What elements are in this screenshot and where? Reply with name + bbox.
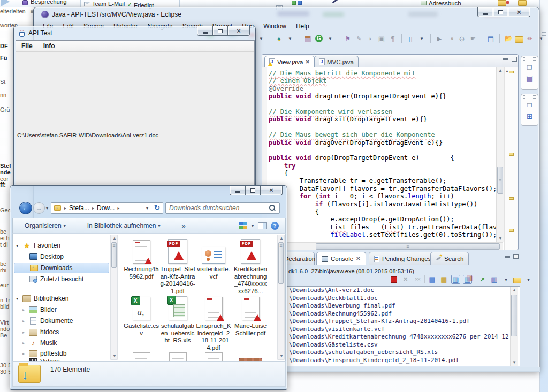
sidebar-scrollbar[interactable]: ▲ ▼: [110, 235, 118, 360]
show-on-stdout-button[interactable]: [451, 275, 460, 284]
toolbar-play-icon[interactable]: [435, 34, 444, 43]
toolbar-pencil-icon[interactable]: [354, 34, 364, 43]
back-button[interactable]: ←: [19, 202, 32, 214]
scroll-up-arrow[interactable]: ▲: [278, 235, 285, 242]
minimize-button[interactable]: [197, 26, 212, 36]
preview-pane-icon[interactable]: [258, 222, 267, 229]
sidebar-item-bilder[interactable]: ▸Bilder: [14, 304, 109, 315]
console-scrollbar[interactable]: ▲ ▼: [510, 287, 518, 366]
toolbar-folder-icon[interactable]: [515, 36, 523, 43]
drag-handle[interactable]: [523, 57, 536, 61]
more-commands-button[interactable]: »: [178, 222, 190, 230]
sidebar-item-htdocs[interactable]: ▸htdocs: [14, 327, 109, 337]
snippets-view-icon[interactable]: [526, 74, 534, 82]
menu-file[interactable]: File: [16, 42, 38, 50]
address-bar[interactable]: ▸ Stefa... ▸ Dow... ▸ ▾ ↻: [51, 202, 163, 214]
search-box[interactable]: [165, 202, 280, 214]
sidebar-item-dokumente[interactable]: ▸Dokumente: [14, 316, 109, 326]
file-item[interactable]: [233, 348, 268, 361]
toolbar-green-icon[interactable]: [314, 34, 324, 43]
expanded-expander-icon[interactable]: ▾: [16, 243, 22, 248]
change-view-icon[interactable]: [239, 222, 247, 229]
toolbar-frame-icon[interactable]: [377, 34, 386, 43]
scroll-lock-button[interactable]: [439, 275, 448, 284]
yellow-marker[interactable]: [509, 197, 514, 200]
toolbar-step-icon[interactable]: [446, 34, 455, 43]
drag-handle[interactable]: [523, 95, 536, 99]
file-item[interactable]: Kreditkartenabrechnung_4748xxxxxxx6276..…: [233, 238, 268, 295]
restore-view-icon[interactable]: [526, 101, 534, 110]
yellow-marker[interactable]: [509, 71, 514, 73]
pin-console-button[interactable]: [478, 275, 487, 284]
sidebar-item-desktop[interactable]: Desktop: [14, 251, 109, 262]
scroll-down-arrow[interactable]: ▼: [497, 235, 504, 242]
yellow-marker[interactable]: [509, 229, 514, 232]
open-console-button[interactable]: [513, 278, 521, 283]
remove-all-launches-button[interactable]: [413, 275, 422, 284]
restore-view-icon[interactable]: [526, 63, 534, 72]
toolbar-para-icon[interactable]: [388, 34, 398, 43]
remove-launch-button[interactable]: [401, 275, 410, 284]
scrollbar-thumb[interactable]: [111, 242, 117, 268]
recent-pages-dropdown[interactable]: ▾: [46, 206, 48, 211]
close-button[interactable]: ×: [261, 186, 283, 195]
chevron-down-icon[interactable]: [501, 275, 511, 284]
toolbar-drop-icon[interactable]: [536, 34, 546, 43]
scroll-up-arrow[interactable]: ▲: [111, 235, 118, 242]
code-area[interactable]: // Die Maus betritt die Komponente mit//…: [269, 70, 496, 242]
collapsed-expander-icon[interactable]: ▸: [22, 308, 29, 312]
minimize-button[interactable]: [230, 186, 245, 195]
breadcrumb-arrow-icon[interactable]: ▸: [63, 206, 67, 211]
toolbar-stop-icon[interactable]: [457, 34, 467, 43]
toolbar-drop-icon[interactable]: [285, 34, 295, 43]
menu-help[interactable]: Help: [291, 22, 314, 32]
file-item[interactable]: Marie-Luise Schiller.pdf: [233, 295, 268, 337]
clear-console-button[interactable]: [428, 275, 437, 284]
eclipse-titlebar[interactable]: Java - API-TEST/src/MVC/View.java - Ecli…: [34, 7, 539, 21]
display-console-button[interactable]: [490, 275, 499, 284]
editor-horizontal-scrollbar[interactable]: [262, 242, 503, 250]
add-to-library-button[interactable]: In Bibliothek aufnehmen▾: [83, 222, 165, 229]
collapsed-expander-icon[interactable]: ▸: [22, 351, 29, 356]
terminate-button[interactable]: [389, 275, 398, 284]
maximize-button[interactable]: [212, 26, 228, 36]
forward-button[interactable]: →: [33, 202, 45, 214]
chevron-down-icon[interactable]: [524, 275, 533, 284]
scroll-down-arrow[interactable]: ▼: [278, 353, 285, 359]
address-dropdown-icon[interactable]: ▾: [143, 206, 151, 211]
file-item[interactable]: schulaufgaben_uebersicht_RS.xls: [160, 295, 195, 344]
refresh-button[interactable]: ↻: [151, 203, 163, 213]
search-input[interactable]: [166, 204, 269, 212]
sidebar-item-favoriten[interactable]: ▾Favoriten: [14, 240, 109, 251]
menu-window[interactable]: Window: [258, 22, 291, 32]
maximize-view-icon[interactable]: [513, 254, 519, 259]
collapsed-expander-icon[interactable]: ▸: [22, 330, 29, 335]
scroll-down-arrow[interactable]: ▼: [111, 353, 118, 359]
file-item[interactable]: Einspruch_Kindergeld_2_18-11-2014.pdf: [196, 295, 231, 351]
breadcrumb-downloads[interactable]: Dow...: [95, 204, 116, 212]
file-item[interactable]: Truppel_Stefan-Kfz-Antrag-20140416-1.pdf: [160, 238, 195, 295]
file-item[interactable]: [196, 348, 231, 361]
toolbar-drop-icon[interactable]: [417, 34, 427, 43]
breadcrumb-user[interactable]: Stefa...: [67, 204, 91, 212]
file-item[interactable]: [124, 348, 159, 361]
tab-search[interactable]: Search: [430, 252, 469, 265]
scroll-down-arrow[interactable]: ▼: [511, 359, 518, 366]
yellow-marker[interactable]: [509, 153, 514, 156]
toolbar-pkg-icon[interactable]: [303, 34, 313, 43]
sidebar-item-musik[interactable]: ▸Musik: [14, 337, 109, 348]
close-button[interactable]: ×: [228, 26, 250, 36]
minimize-view-icon[interactable]: [505, 256, 510, 258]
file-item[interactable]: Gästeliste.csv: [124, 295, 159, 337]
tab-close-icon[interactable]: ✕: [356, 256, 360, 262]
toolbar-drop-icon[interactable]: [256, 34, 266, 43]
scrollbar-thumb[interactable]: [497, 167, 503, 194]
maximize-button[interactable]: [245, 186, 261, 195]
scroll-up-arrow[interactable]: ▲: [497, 67, 504, 74]
close-button[interactable]: ×: [508, 7, 530, 17]
collapsed-expander-icon[interactable]: ▸: [22, 319, 29, 324]
toolbar-brush-icon[interactable]: [525, 34, 535, 43]
toolbar-can-icon[interactable]: [366, 34, 375, 43]
quickstep-team-email[interactable]: Team E-Mail: [92, 1, 125, 7]
show-on-stderr-button[interactable]: [463, 275, 472, 284]
